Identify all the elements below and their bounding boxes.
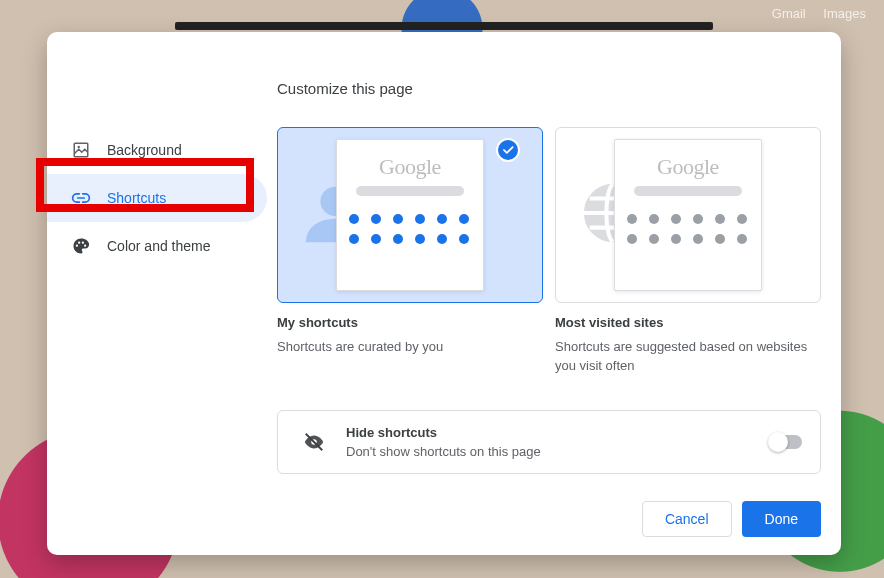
shortcut-tile-preview: Google xyxy=(336,139,484,291)
hide-shortcuts-row: Hide shortcuts Don't show shortcuts on t… xyxy=(277,410,821,474)
search-bar-placeholder xyxy=(356,186,464,196)
option-desc: Shortcuts are curated by you xyxy=(277,338,543,357)
shortcut-tile-preview: Google xyxy=(614,139,762,291)
nav-background[interactable]: Background xyxy=(47,126,277,174)
search-bar-shadow xyxy=(175,22,713,30)
images-link[interactable]: Images xyxy=(823,6,866,21)
option-desc: Shortcuts are suggested based on website… xyxy=(555,338,821,376)
option-title: Most visited sites xyxy=(555,315,821,330)
dialog-title: Customize this page xyxy=(277,80,821,97)
cancel-button[interactable]: Cancel xyxy=(642,501,732,537)
svg-point-4 xyxy=(82,242,84,244)
option-my-shortcuts[interactable]: Google xyxy=(277,127,543,303)
shortcut-dots xyxy=(627,214,749,244)
svg-point-1 xyxy=(78,146,80,148)
nav-color-theme[interactable]: Color and theme xyxy=(47,222,277,270)
google-logo-text: Google xyxy=(657,154,719,180)
hide-title: Hide shortcuts xyxy=(346,425,541,440)
svg-point-3 xyxy=(78,242,80,244)
eye-off-icon xyxy=(296,431,332,453)
nav-shortcuts[interactable]: Shortcuts xyxy=(47,174,267,222)
dialog-sidebar: Background Shortcuts xyxy=(47,32,277,487)
nav-label: Color and theme xyxy=(107,238,211,254)
nav-label: Background xyxy=(107,142,182,158)
svg-point-2 xyxy=(76,245,78,247)
done-button[interactable]: Done xyxy=(742,501,821,537)
shortcut-dots xyxy=(349,214,471,244)
palette-icon xyxy=(71,237,91,255)
option-title: My shortcuts xyxy=(277,315,543,330)
checkmark-icon xyxy=(496,138,520,162)
option-most-visited[interactable]: Google xyxy=(555,127,821,303)
toggle-knob xyxy=(768,432,788,452)
gmail-link[interactable]: Gmail xyxy=(772,6,806,21)
hide-shortcuts-toggle[interactable] xyxy=(770,435,802,449)
customize-dialog: Background Shortcuts xyxy=(47,32,841,555)
hide-desc: Don't show shortcuts on this page xyxy=(346,444,541,459)
link-icon xyxy=(71,188,91,208)
search-bar-placeholder xyxy=(634,186,742,196)
image-icon xyxy=(71,141,91,159)
nav-label: Shortcuts xyxy=(107,190,166,206)
svg-point-5 xyxy=(84,245,86,247)
google-logo-text: Google xyxy=(379,154,441,180)
